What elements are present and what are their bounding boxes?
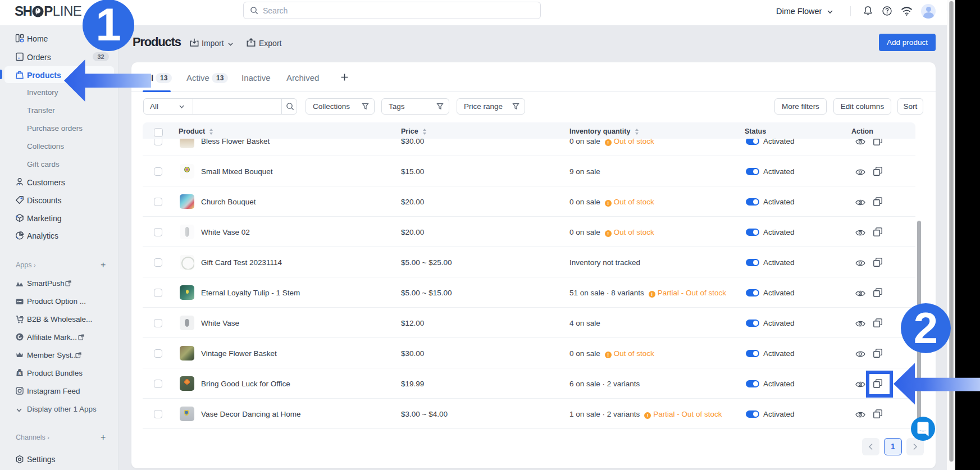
svg-text:B: B (19, 372, 21, 376)
